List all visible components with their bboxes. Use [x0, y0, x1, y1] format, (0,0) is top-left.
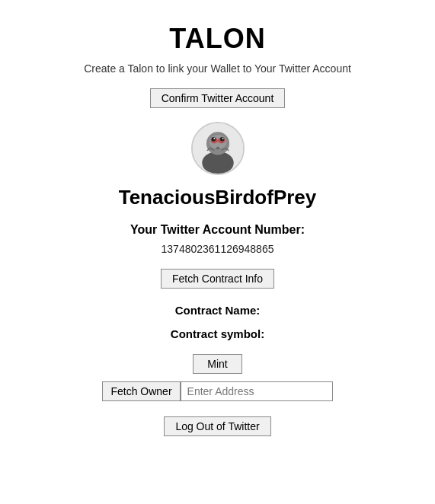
contract-symbol-label: Contract symbol: — [171, 327, 264, 340]
contract-name-label: Contract Name: — [175, 304, 261, 317]
app-title: TALON — [169, 23, 265, 55]
fetch-owner-button[interactable]: Fetch Owner — [102, 381, 180, 401]
confirm-twitter-button[interactable]: Confirm Twitter Account — [150, 88, 286, 108]
fetch-owner-row: Fetch Owner — [102, 381, 332, 401]
avatar — [191, 122, 245, 175]
mint-button[interactable]: Mint — [193, 354, 241, 374]
fetch-contract-button[interactable]: Fetch Contract Info — [161, 269, 274, 289]
account-number: 1374802361126948865 — [162, 243, 274, 255]
logout-button[interactable]: Log Out of Twitter — [164, 416, 270, 436]
svg-point-7 — [211, 137, 216, 142]
account-number-label: Your Twitter Account Number: — [130, 223, 305, 237]
app-subtitle: Create a Talon to link your Wallet to Yo… — [84, 62, 351, 75]
address-input[interactable] — [181, 381, 333, 401]
svg-point-9 — [213, 138, 215, 139]
svg-point-10 — [222, 138, 223, 139]
username: TenaciousBirdofPrey — [119, 186, 317, 209]
svg-point-8 — [219, 137, 224, 142]
